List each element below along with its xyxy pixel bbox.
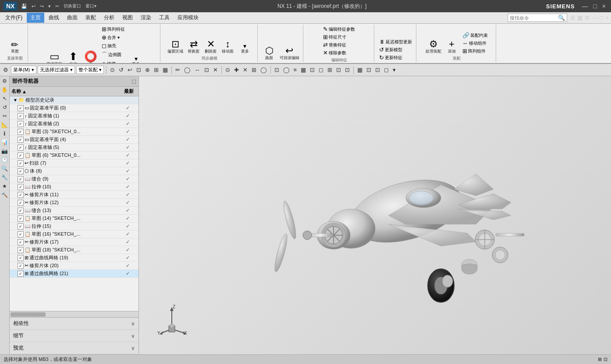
ribbon-btn-add[interactable]: + 添加 <box>444 39 460 55</box>
ribbon-btn-assembly-constraint[interactable]: 🔗装配约束 <box>461 32 489 39</box>
check-box[interactable]: ✓ <box>18 231 24 237</box>
left-icon-select[interactable]: ↖ <box>2 95 8 102</box>
list-item[interactable]: ✓ 📋 草图 (16) "SKETCH_... ✓ <box>10 230 139 238</box>
help-icon[interactable]: ⊞ <box>570 14 575 21</box>
tb-icon-18[interactable]: ⊡ <box>273 66 281 74</box>
tb-icon-14[interactable]: ✚ <box>233 66 240 74</box>
tb-icon-11[interactable]: ⊡ <box>203 66 210 74</box>
tb-icon-27[interactable]: ▦ <box>356 66 364 74</box>
list-item[interactable]: ✓ 📋 草图 (14) "SKETCH_... ✓ <box>10 215 139 223</box>
list-item[interactable]: ✓ ✂ 修剪片体 (11) ✓ <box>10 191 139 199</box>
tb-icon-6[interactable]: ⊞ <box>153 66 160 74</box>
part-nav-close-btn[interactable]: □ <box>132 78 136 85</box>
check-box[interactable]: ✓ <box>18 121 24 127</box>
list-item[interactable]: ✓ 📖 拉伸 (10) ✓ <box>10 183 139 191</box>
list-item[interactable]: ✓ ▭ 固定基准平面 (0) ✓ <box>10 104 139 112</box>
check-box[interactable]: ✓ <box>18 192 24 198</box>
settings-icon[interactable]: ⚙ <box>584 14 590 21</box>
check-box[interactable]: ✓ <box>18 255 24 261</box>
menu-home[interactable]: 主页 <box>27 13 44 23</box>
tb-icon-15[interactable]: ✕ <box>242 66 249 74</box>
search-command-input[interactable] <box>510 15 558 21</box>
close2-icon[interactable]: × <box>605 14 609 21</box>
list-item[interactable]: ✓ ↑ 固定基准轴 (5) ✓ <box>10 144 139 152</box>
check-box[interactable]: ✓ <box>18 184 24 190</box>
menu-assembly[interactable]: 装配 <box>82 13 99 23</box>
list-item[interactable]: ✓ 📋 草图 (6) "SKETCH_0... ✓ <box>10 152 139 159</box>
ribbon-btn-more-feature[interactable]: ▾ 更多 <box>128 55 144 63</box>
list-item[interactable]: ✓ 📖 拉伸 (15) ✓ <box>10 223 139 230</box>
bottom-section-dependency[interactable]: 相依性 ∨ <box>10 318 139 330</box>
check-box[interactable]: ✓ <box>18 168 24 174</box>
ribbon-btn-hole[interactable]: ⭕ 孔 <box>83 50 99 63</box>
status-icon-1[interactable]: ⊞ <box>598 357 602 362</box>
canvas-area[interactable]: Z X Y <box>139 76 611 354</box>
left-icon-camera[interactable]: 📷 <box>0 147 9 155</box>
check-box[interactable]: ✓ <box>18 160 24 166</box>
ribbon-btn-extrude[interactable]: ⬆ 拉伸 <box>65 50 81 63</box>
tb-icon-28[interactable]: ⊡ <box>365 66 373 74</box>
left-icon-search[interactable]: 🔍 <box>0 165 9 173</box>
tb-icon-31[interactable]: ▾ <box>391 66 397 74</box>
check-box[interactable]: ✓ <box>18 113 24 119</box>
ribbon-btn-array[interactable]: ⊞阵列特征 <box>100 25 126 33</box>
list-item[interactable]: ✓ 📋 草图 (18) "SKETCH_... ✓ <box>10 246 139 254</box>
list-item[interactable]: ✓ ↑ 固定基准轴 (1) ✓ <box>10 112 139 120</box>
menu-curve[interactable]: 曲线 <box>45 13 63 23</box>
minimize2-icon[interactable]: — <box>592 14 598 21</box>
status-icon-2[interactable]: ⊡ <box>604 357 607 362</box>
list-item[interactable]: ✓ ▭ 固定基准平面 (4) ✓ <box>10 136 139 144</box>
check-box[interactable]: ✓ <box>18 208 24 214</box>
list-item[interactable]: ✓ 📋 草图 (3) "SKETCH_0... ✓ <box>10 128 139 136</box>
check-box[interactable]: ✓ <box>18 152 24 159</box>
left-icon-clip[interactable]: ✂ <box>2 112 8 120</box>
minimize-btn[interactable]: — <box>580 3 590 10</box>
tb-icon-7[interactable]: ▦ <box>161 66 169 74</box>
save-icon[interactable]: 💾 <box>20 3 28 10</box>
tb-icon-2[interactable]: ↺ <box>117 66 125 74</box>
ribbon-btn-rollback[interactable]: ↩ 可回滚编辑 <box>278 45 300 61</box>
tb-icon-1[interactable]: ⊙ <box>109 66 116 74</box>
col-name-header[interactable]: 名称 ▲ <box>10 87 119 96</box>
close-btn[interactable]: × <box>600 3 607 10</box>
menu-file[interactable]: 文件(F) <box>2 13 26 23</box>
list-item[interactable]: ✓ ✂ 修剪片体 (20) ✓ <box>10 262 139 270</box>
undo-icon[interactable]: ↩ <box>30 3 37 10</box>
menu-render[interactable]: 渲染 <box>137 13 155 23</box>
info-icon[interactable]: ▦ <box>577 14 583 21</box>
ribbon-btn-replace-face[interactable]: ⇄ 替换面 <box>186 39 202 55</box>
tb-icon-19[interactable]: ◯ <box>282 66 291 74</box>
check-box[interactable]: ✓ <box>18 176 24 182</box>
tb-icon-22[interactable]: ⊡ <box>309 66 316 74</box>
tb-icon-26[interactable]: ⊡ <box>344 66 351 74</box>
ribbon-btn-offset-region[interactable]: ⊡ 偏置区域 <box>166 39 185 55</box>
h-scroll-thumb[interactable] <box>11 312 46 317</box>
tb-icon-21[interactable]: ▦ <box>299 66 307 74</box>
tb-menu-dropdown[interactable]: 菜单(M) ▾ <box>11 66 36 74</box>
menu-view[interactable]: 视图 <box>119 13 136 23</box>
check-box[interactable]: ✓ <box>18 263 24 269</box>
part-nav-list[interactable]: ▼ 📁 模型历史记录 ✓ ▭ 固定基准平面 (0) ✓ ✓ ↑ 固定基准轴 (1… <box>10 96 139 311</box>
check-box[interactable]: ✓ <box>18 129 24 135</box>
left-icon-info[interactable]: ℹ <box>3 130 7 138</box>
tb-icon-10[interactable]: ↔ <box>193 66 202 74</box>
check-box[interactable]: ✓ <box>18 223 24 230</box>
ribbon-btn-surface[interactable]: ⬡ 曲面 <box>261 45 277 61</box>
tb-scope-dropdown[interactable]: 整个装配 ▾ <box>76 66 104 74</box>
check-box[interactable]: ✓ <box>18 239 24 245</box>
tb-settings-btn[interactable]: ⚙ <box>2 66 10 74</box>
check-box[interactable]: ✓ <box>18 105 24 111</box>
ribbon-btn-remove-params[interactable]: ✕移除参数 <box>322 49 356 57</box>
check-box[interactable]: ✓ <box>18 200 24 206</box>
left-icon-star[interactable]: ★ <box>1 182 8 190</box>
ribbon-btn-shell[interactable]: ◻抽壳 <box>100 42 126 49</box>
tb-icon-9[interactable]: ◯ <box>183 66 192 74</box>
list-item[interactable]: ✓ ↩ 扫掠 (7) ✓ <box>10 159 139 167</box>
ribbon-btn-edit-params[interactable]: ✎编辑特征参数 <box>322 25 356 33</box>
bottom-section-detail[interactable]: 细节 ∨ <box>10 330 139 342</box>
ribbon-btn-process-assembly[interactable]: ⚙ 处理装配 <box>424 39 443 55</box>
tb-icon-23[interactable]: ◻ <box>317 66 325 74</box>
list-item[interactable]: ✓ ⊞ 通过曲线网格 (19) ✓ <box>10 254 139 262</box>
tb-icon-8[interactable]: ✏ <box>174 66 181 74</box>
tb-icon-25[interactable]: ⊡ <box>335 66 342 74</box>
